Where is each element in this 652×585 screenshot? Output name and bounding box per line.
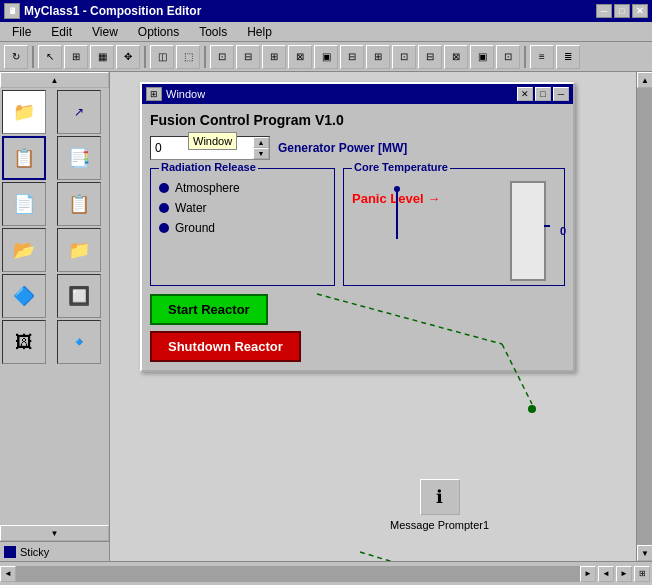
toolbar-b5[interactable]: ⊞	[262, 45, 286, 69]
inner-window-icon: ⊞	[146, 87, 162, 101]
menu-options[interactable]: Options	[130, 23, 187, 41]
toolbar-select[interactable]: ⊞	[64, 45, 88, 69]
inner-window-title: Window	[166, 88, 205, 100]
menu-tools[interactable]: Tools	[191, 23, 235, 41]
toolbar-move[interactable]: ✥	[116, 45, 140, 69]
radio-ground[interactable]	[159, 223, 169, 233]
sticky-label: Sticky	[20, 546, 49, 558]
thermometer-wrapper: 0	[510, 181, 556, 281]
toolbar-b7[interactable]: ▣	[314, 45, 338, 69]
toolbar: ↻ ↖ ⊞ ▦ ✥ ◫ ⬚ ⊡ ⊟ ⊞ ⊠ ▣ ⊟ ⊞ ⊡ ⊟ ⊠ ▣ ⊡ ≡ …	[0, 42, 652, 72]
toolbar-b3[interactable]: ⊡	[210, 45, 234, 69]
prompter-icon[interactable]: ℹ	[420, 479, 460, 515]
menu-help[interactable]: Help	[239, 23, 280, 41]
inner-window: ⊞ Window ✕ □ ─ Fusion Control Program V1…	[140, 82, 575, 372]
sticky-bar: Sticky	[0, 541, 109, 561]
zoom-in-btn[interactable]: ►	[616, 566, 632, 582]
buttons-section: Start Reactor Shutdown Reactor	[150, 294, 565, 362]
radio-water[interactable]	[159, 203, 169, 213]
toolbar-b13[interactable]: ▣	[470, 45, 494, 69]
radiation-items: Atmosphere Water Ground	[159, 181, 326, 235]
toolbar-b8[interactable]: ⊟	[340, 45, 364, 69]
panel-item-r5[interactable]: 🔲	[57, 274, 101, 318]
menu-bar: File Edit View Options Tools Help	[0, 22, 652, 42]
toolbar-b2[interactable]: ⬚	[176, 45, 200, 69]
panel-item-1[interactable]: 📁	[2, 90, 46, 134]
panel-item-6[interactable]: 🖼	[2, 320, 46, 364]
radiation-box: Radiation Release Atmosphere Water	[150, 168, 335, 286]
therm-zero-label: 0	[560, 225, 566, 237]
title-bar-left: 🖥 MyClass1 - Composition Editor	[4, 3, 201, 19]
inner-close-btn[interactable]: ✕	[517, 87, 533, 101]
panel-col-left: 📁 📋 📄 📂 🔷 🖼	[0, 88, 55, 525]
menu-file[interactable]: File	[4, 23, 39, 41]
inner-title-bar[interactable]: ⊞ Window ✕ □ ─	[142, 84, 573, 104]
maximize-button[interactable]: □	[614, 4, 630, 18]
spin-up[interactable]: ▲	[253, 137, 269, 148]
toolbar-sep1	[32, 46, 34, 68]
start-reactor-btn[interactable]: Start Reactor	[150, 294, 268, 325]
scroll-up-btn[interactable]: ▲	[637, 72, 652, 88]
panel-item-3[interactable]: 📄	[2, 182, 46, 226]
radiation-title: Radiation Release	[159, 161, 258, 173]
toolbar-align2[interactable]: ≣	[556, 45, 580, 69]
shutdown-reactor-btn[interactable]: Shutdown Reactor	[150, 331, 301, 362]
inner-min-btn[interactable]: ─	[553, 87, 569, 101]
menu-edit[interactable]: Edit	[43, 23, 80, 41]
scroll-left-btn[interactable]: ◄	[0, 566, 16, 582]
minimize-button[interactable]: ─	[596, 4, 612, 18]
toolbar-grid[interactable]: ▦	[90, 45, 114, 69]
spin-buttons: ▲ ▼	[253, 137, 269, 159]
zoom-fit-btn[interactable]: ⊞	[634, 566, 650, 582]
toolbar-b1[interactable]: ◫	[150, 45, 174, 69]
bottom-bar: ◄ ► ◄ ► ⊞	[0, 561, 652, 585]
toolbar-b9[interactable]: ⊞	[366, 45, 390, 69]
panel-scroll-down[interactable]: ▼	[0, 525, 109, 541]
inner-title-left: ⊞ Window	[146, 87, 205, 101]
panel-item-r1[interactable]: ↗	[57, 90, 101, 134]
core-temp-title: Core Temperature	[352, 161, 450, 173]
scroll-down-btn[interactable]: ▼	[637, 545, 652, 561]
radio-atmosphere[interactable]	[159, 183, 169, 193]
inner-max-btn[interactable]: □	[535, 87, 551, 101]
spin-down[interactable]: ▼	[253, 148, 269, 159]
zoom-out-btn[interactable]: ◄	[598, 566, 614, 582]
sticky-checkbox[interactable]	[4, 546, 16, 558]
toolbar-arrow[interactable]: ↖	[38, 45, 62, 69]
svg-line-5	[360, 552, 410, 561]
app-icon: 🖥	[4, 3, 20, 19]
panel-item-4[interactable]: 📂	[2, 228, 46, 272]
toolbar-refresh[interactable]: ↻	[4, 45, 28, 69]
scroll-track-v[interactable]	[637, 88, 652, 545]
panel-item-r4[interactable]: 📁	[57, 228, 101, 272]
bottom-right-btns: ◄ ► ⊞	[596, 566, 652, 582]
right-scrollbar: ▲ ▼	[636, 72, 652, 561]
radiation-item-ground: Ground	[159, 221, 326, 235]
toolbar-b11[interactable]: ⊟	[418, 45, 442, 69]
panel-item-5[interactable]: 🔷	[2, 274, 46, 318]
panel-item-r6[interactable]: 🔹	[57, 320, 101, 364]
toolbar-align1[interactable]: ≡	[530, 45, 554, 69]
toolbar-sep3	[204, 46, 206, 68]
menu-view[interactable]: View	[84, 23, 126, 41]
canvas-area[interactable]: Window ⊞ Window ✕ □ ─ Fusion Control Pro…	[110, 72, 636, 561]
panel-item-r3[interactable]: 📋	[57, 182, 101, 226]
toolbar-b12[interactable]: ⊠	[444, 45, 468, 69]
close-button[interactable]: ✕	[632, 4, 648, 18]
window-title: MyClass1 - Composition Editor	[24, 4, 201, 18]
panel-item-r2[interactable]: 📑	[57, 136, 101, 180]
inner-title-buttons: ✕ □ ─	[517, 87, 569, 101]
app-title: Fusion Control Program V1.0	[150, 112, 565, 128]
therm-tick	[544, 225, 550, 227]
radiation-water-label: Water	[175, 201, 207, 215]
panel-item-2[interactable]: 📋	[2, 136, 46, 180]
title-buttons: ─ □ ✕	[596, 4, 648, 18]
toolbar-b10[interactable]: ⊡	[392, 45, 416, 69]
panel-scroll-up[interactable]: ▲	[0, 72, 109, 88]
toolbar-b6[interactable]: ⊠	[288, 45, 312, 69]
toolbar-b14[interactable]: ⊡	[496, 45, 520, 69]
toolbar-b4[interactable]: ⊟	[236, 45, 260, 69]
scroll-right-btn[interactable]: ►	[580, 566, 596, 582]
scroll-track-h[interactable]	[16, 566, 580, 582]
bottom-scroll-area: ◄ ►	[0, 566, 596, 582]
